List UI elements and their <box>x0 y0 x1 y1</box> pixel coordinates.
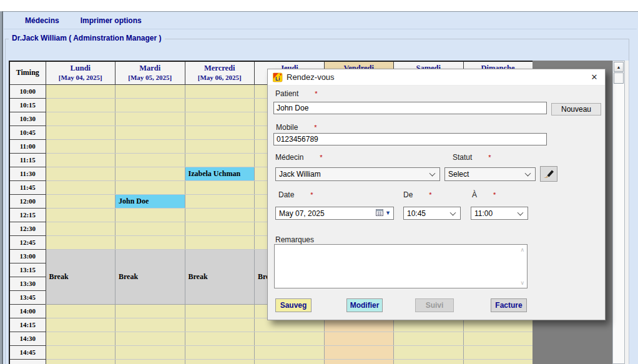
time-label: 12:45 <box>9 235 46 249</box>
slot-cell[interactable] <box>46 222 115 235</box>
slot-cell[interactable] <box>185 345 255 359</box>
slot-cell[interactable] <box>46 180 115 194</box>
medecin-select[interactable]: Jack William <box>275 167 440 181</box>
slot-cell[interactable] <box>185 84 255 98</box>
slot-cell[interactable] <box>394 332 464 345</box>
time-label: 14:45 <box>9 345 46 359</box>
date-picker[interactable]: May 07, 2025 ▼ <box>275 207 394 220</box>
scroll-up-button[interactable]: ▲ <box>614 62 624 72</box>
slot-cell[interactable] <box>46 153 115 167</box>
slot-cell[interactable] <box>255 332 325 345</box>
slot-cell[interactable] <box>115 304 185 318</box>
slot-cell[interactable] <box>185 359 255 364</box>
slot-cell[interactable] <box>185 153 255 167</box>
vertical-scrollbar[interactable]: ▲ <box>612 61 625 364</box>
a-time-select[interactable]: 11:00 <box>471 207 528 220</box>
slot-cell[interactable] <box>115 345 185 359</box>
dialog-titlebar: Li Rendez-vous ✕ <box>268 69 605 86</box>
slot-cell[interactable] <box>463 332 532 345</box>
day-header-lundi[interactable]: Lundi[May 04, 2025] <box>46 61 115 84</box>
patient-input[interactable] <box>273 102 547 114</box>
day-header-mardi[interactable]: Mardi[May 05, 2025] <box>115 61 185 84</box>
slot-cell[interactable] <box>255 345 325 359</box>
slot-cell[interactable] <box>185 125 255 139</box>
slot-cell[interactable] <box>463 345 532 359</box>
slot-cell[interactable] <box>394 359 464 364</box>
slot-cell[interactable] <box>115 318 185 332</box>
day-header-mercredi[interactable]: Mercredi[May 06, 2025] <box>185 61 255 84</box>
timing-header: Timing <box>9 61 46 84</box>
slot-cell[interactable] <box>255 359 325 364</box>
slot-cell[interactable] <box>46 139 115 153</box>
slot-cell[interactable] <box>185 112 255 125</box>
slot-cell[interactable] <box>46 235 115 249</box>
slot-cell[interactable] <box>46 345 115 359</box>
statut-select[interactable]: Select <box>444 167 536 181</box>
slot-cell[interactable] <box>46 332 115 345</box>
slot-cell[interactable] <box>115 139 185 153</box>
slot-cell[interactable] <box>46 359 115 364</box>
slot-cell[interactable] <box>115 235 185 249</box>
nouveau-button[interactable]: Nouveau <box>551 103 601 116</box>
slot-cell[interactable] <box>115 167 185 180</box>
modifier-button[interactable]: Modifier <box>346 298 383 312</box>
time-label: 13:45 <box>9 290 46 304</box>
slot-cell[interactable] <box>185 332 255 345</box>
close-icon[interactable]: ✕ <box>584 69 605 86</box>
screen: MédecinsImprimer options Dr.Jack William… <box>0 0 638 364</box>
slot-cell[interactable] <box>115 222 185 235</box>
break-cell: Break <box>115 249 185 304</box>
appointment-cell[interactable]: John Doe <box>115 194 185 208</box>
slot-cell[interactable] <box>185 235 255 249</box>
slot-cell[interactable] <box>115 180 185 194</box>
slot-cell[interactable] <box>185 304 255 318</box>
slot-cell[interactable] <box>115 208 185 222</box>
time-label: 10:00 <box>9 84 46 98</box>
slot-cell[interactable] <box>185 98 255 112</box>
facture-button[interactable]: Facture <box>491 298 527 312</box>
slot-cell[interactable] <box>185 180 255 194</box>
chevron-down-icon <box>525 170 531 177</box>
slot-cell[interactable] <box>324 345 394 359</box>
slot-cell[interactable] <box>46 304 115 318</box>
a-label: À* <box>472 190 496 199</box>
slot-cell[interactable] <box>463 359 532 364</box>
slot-cell[interactable] <box>324 332 394 345</box>
slot-cell[interactable] <box>115 84 185 98</box>
slot-cell[interactable] <box>115 359 185 364</box>
paintbrush-icon <box>543 169 554 179</box>
slot-cell[interactable] <box>185 222 255 235</box>
slot-cell[interactable] <box>46 112 115 125</box>
sauveg-button[interactable]: Sauveg <box>275 298 312 312</box>
slot-cell[interactable] <box>115 98 185 112</box>
clinic-logo-icon: Li <box>273 72 283 82</box>
slot-cell[interactable] <box>324 359 394 364</box>
slot-cell[interactable] <box>185 318 255 332</box>
menu-item-m-decins[interactable]: Médecins <box>22 15 62 26</box>
mobile-input[interactable] <box>273 133 547 145</box>
slot-cell[interactable] <box>185 208 255 222</box>
appointment-cell[interactable]: Izabela Uchman <box>185 167 255 180</box>
slot-cell[interactable] <box>185 194 255 208</box>
slot-cell[interactable] <box>46 194 115 208</box>
scrollbar-thumb[interactable] <box>614 72 624 84</box>
slot-cell[interactable] <box>46 318 115 332</box>
slot-cell[interactable] <box>394 345 464 359</box>
slot-cell[interactable] <box>46 98 115 112</box>
slot-cell[interactable] <box>115 332 185 345</box>
color-brush-button[interactable] <box>540 166 557 182</box>
slot-cell[interactable] <box>185 139 255 153</box>
slot-cell[interactable] <box>46 84 115 98</box>
time-label: 13:00 <box>9 249 46 263</box>
remarques-textarea[interactable]: ∧ ∨ <box>274 244 528 288</box>
required-marker: * <box>315 90 317 97</box>
slot-cell[interactable] <box>46 208 115 222</box>
slot-cell[interactable] <box>115 112 185 125</box>
required-marker: * <box>314 124 317 131</box>
slot-cell[interactable] <box>46 167 115 180</box>
slot-cell[interactable] <box>115 153 185 167</box>
slot-cell[interactable] <box>46 125 115 139</box>
de-time-select[interactable]: 10:45 <box>403 207 461 220</box>
slot-cell[interactable] <box>115 125 185 139</box>
menu-item-imprimer-options[interactable]: Imprimer options <box>78 15 144 26</box>
